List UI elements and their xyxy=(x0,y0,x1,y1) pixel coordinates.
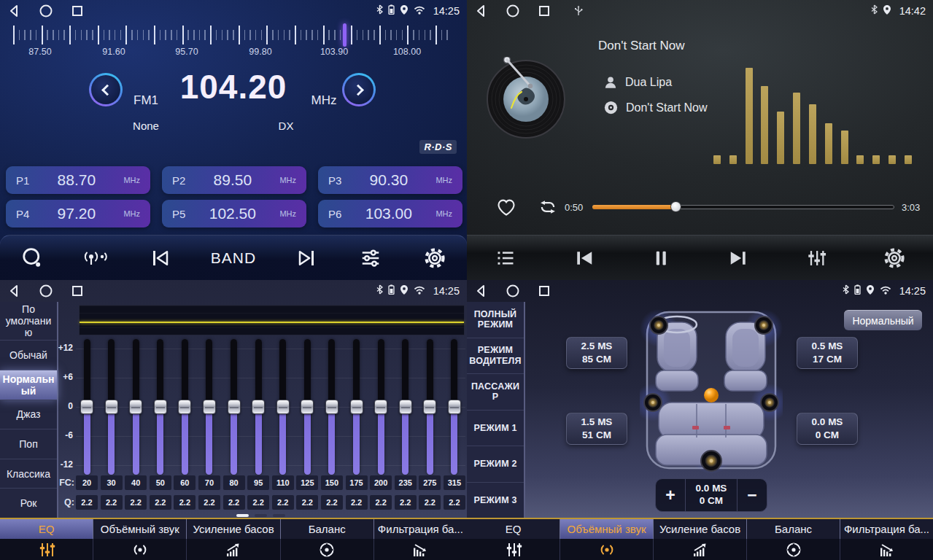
playlist-button[interactable] xyxy=(482,241,529,276)
settings-button[interactable] xyxy=(871,241,918,276)
eq-band-slider[interactable] xyxy=(231,339,237,475)
fc-value[interactable]: 20 xyxy=(76,475,98,490)
fc-value[interactable]: 95 xyxy=(247,475,269,490)
delay-front-right[interactable]: 0.5 MS17 CM xyxy=(797,337,858,369)
recents-button[interactable] xyxy=(537,284,551,298)
fc-value[interactable]: 40 xyxy=(125,475,147,490)
slider-thumb[interactable] xyxy=(252,400,265,414)
next-track-button[interactable] xyxy=(716,241,762,276)
slider-thumb[interactable] xyxy=(350,400,363,414)
favorite-button[interactable] xyxy=(495,195,518,219)
surround-mode-3[interactable]: РЕЖИМ 3 xyxy=(467,483,524,518)
tab-balance[interactable]: Баланс xyxy=(281,519,374,539)
slider-thumb[interactable] xyxy=(448,400,461,414)
q-value[interactable]: 2.2 xyxy=(247,495,269,510)
surround-mode-driver[interactable]: РЕЖИМ ВОДИТЕЛЯ xyxy=(467,338,524,375)
speaker-front-left[interactable] xyxy=(650,316,667,334)
eq-band-slider[interactable] xyxy=(157,339,163,475)
slider-thumb[interactable] xyxy=(423,400,436,414)
recents-button[interactable] xyxy=(70,284,85,298)
pause-button[interactable] xyxy=(638,241,684,276)
eq-preset-normal[interactable]: Нормальный xyxy=(0,370,57,400)
eq-band-slider[interactable] xyxy=(206,339,212,475)
home-button[interactable] xyxy=(506,284,520,298)
delay-rear-right[interactable]: 0.0 MS0 CM xyxy=(797,413,858,445)
tab-bass-boost[interactable]: Усиление басов xyxy=(654,519,747,539)
q-value[interactable]: 2.2 xyxy=(272,495,294,510)
fc-value[interactable]: 235 xyxy=(395,475,417,490)
settings-button[interactable] xyxy=(411,241,458,276)
next-station-button[interactable] xyxy=(284,241,330,276)
eq-band-slider[interactable] xyxy=(84,339,90,475)
eq-preset-pop[interactable]: Поп xyxy=(0,429,57,459)
surround-mode-passenger[interactable]: ПАССАЖИР xyxy=(467,374,524,411)
q-value[interactable]: 2.2 xyxy=(346,495,368,510)
fc-value[interactable]: 275 xyxy=(419,475,441,490)
speaker-rear-left[interactable] xyxy=(644,394,662,411)
q-value[interactable]: 2.2 xyxy=(150,495,171,510)
eq-band-slider[interactable] xyxy=(182,339,188,475)
slider-thumb[interactable] xyxy=(276,400,290,414)
filter-tab-icon[interactable] xyxy=(374,539,467,560)
tuner-dial[interactable] xyxy=(13,26,452,44)
band-button[interactable]: BAND xyxy=(201,241,266,276)
sound-profile-button[interactable]: Нормальный xyxy=(844,310,922,330)
recents-button[interactable] xyxy=(537,4,551,18)
back-button[interactable] xyxy=(7,4,22,18)
eq-band-slider[interactable] xyxy=(279,339,286,475)
q-value[interactable]: 2.2 xyxy=(321,495,343,510)
home-button[interactable] xyxy=(39,284,53,298)
tab-surround[interactable]: Объёмный звук xyxy=(93,519,187,539)
fc-value[interactable]: 30 xyxy=(101,475,123,490)
surround-tab-icon[interactable] xyxy=(93,539,187,560)
tab-filter[interactable]: Фильтрация ба... xyxy=(374,519,467,539)
preset-2[interactable]: P289.50MHz xyxy=(162,166,306,194)
eq-band-slider[interactable] xyxy=(108,339,115,475)
preset-1[interactable]: P188.70MHz xyxy=(6,166,150,194)
speaker-rear-right[interactable] xyxy=(761,394,778,411)
tune-down-button[interactable] xyxy=(89,73,123,106)
q-value[interactable]: 2.2 xyxy=(101,495,123,510)
balance-tab-icon[interactable] xyxy=(281,539,374,560)
fc-value[interactable]: 80 xyxy=(223,475,245,490)
eq-band-slider[interactable] xyxy=(402,339,409,475)
eq-band-slider[interactable] xyxy=(304,339,311,475)
speaker-front-right[interactable] xyxy=(755,316,773,334)
q-value[interactable]: 2.2 xyxy=(125,495,147,510)
surround-tab-icon[interactable] xyxy=(560,539,654,560)
slider-thumb[interactable] xyxy=(105,400,118,414)
eq-sliders-button[interactable] xyxy=(793,241,840,276)
slider-thumb[interactable] xyxy=(325,400,338,414)
back-button[interactable] xyxy=(474,284,489,298)
preset-5[interactable]: P5102.50MHz xyxy=(162,200,306,228)
q-value[interactable]: 2.2 xyxy=(395,495,417,510)
slider-thumb[interactable] xyxy=(178,400,191,414)
eq-preset-classic[interactable]: Классика xyxy=(0,459,57,489)
listening-position-marker[interactable] xyxy=(704,388,719,402)
prev-station-button[interactable] xyxy=(136,241,183,276)
speaker-subwoofer[interactable] xyxy=(701,451,721,471)
fc-value[interactable]: 125 xyxy=(296,475,318,490)
q-value[interactable]: 2.2 xyxy=(76,495,98,510)
scan-button[interactable] xyxy=(9,241,55,276)
filter-tab-icon[interactable] xyxy=(840,539,933,560)
prev-track-button[interactable] xyxy=(560,241,607,276)
slider-thumb[interactable] xyxy=(374,400,387,414)
slider-thumb[interactable] xyxy=(154,400,167,414)
bass-boost-tab-icon[interactable] xyxy=(187,539,280,560)
audio-settings-button[interactable] xyxy=(347,241,394,276)
slider-thumb[interactable] xyxy=(301,400,314,414)
slider-thumb[interactable] xyxy=(399,400,412,414)
repeat-button[interactable] xyxy=(535,195,560,219)
tune-up-button[interactable] xyxy=(342,73,376,106)
tab-balance[interactable]: Баланс xyxy=(747,519,840,539)
eq-band-slider[interactable] xyxy=(255,339,262,475)
q-value[interactable]: 2.2 xyxy=(223,495,245,510)
eq-preset-custom[interactable]: Обычай xyxy=(0,341,57,370)
eq-preset-rock[interactable]: Рок xyxy=(0,489,57,518)
home-button[interactable] xyxy=(506,4,520,18)
eq-tab-icon[interactable] xyxy=(0,539,93,560)
preset-6[interactable]: P6103.00MHz xyxy=(318,200,462,228)
preset-4[interactable]: P497.20MHz xyxy=(6,200,150,228)
delay-front-left[interactable]: 2.5 MS85 CM xyxy=(566,337,627,369)
